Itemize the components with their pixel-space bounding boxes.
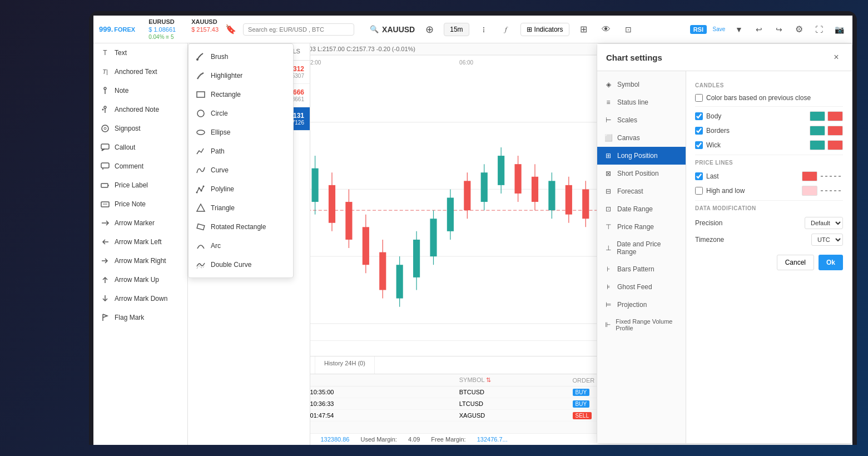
- wick-red-swatch[interactable]: [827, 140, 843, 150]
- sub-tool-brush[interactable]: Brush: [189, 47, 293, 66]
- settings-icon[interactable]: ⚙: [791, 22, 807, 37]
- layout-icon[interactable]: ⊞: [576, 22, 592, 37]
- tool-text[interactable]: T Text: [93, 43, 187, 62]
- nav-ghost-feed[interactable]: ⊧ Ghost Feed: [597, 278, 686, 296]
- sort-icon[interactable]: ⇅: [486, 376, 491, 383]
- tool-signpost[interactable]: Signpost: [93, 119, 187, 138]
- sub-tool-double-curve[interactable]: Double Curve: [189, 255, 293, 274]
- last-red-swatch[interactable]: [802, 171, 817, 181]
- nav-status-line[interactable]: ≡ Status line: [597, 93, 686, 111]
- search-input[interactable]: [243, 23, 354, 36]
- last-row: Last: [695, 171, 843, 181]
- high-low-label: High and low: [695, 187, 745, 195]
- last-label: Last: [695, 172, 719, 180]
- tool-arrow-up[interactable]: Arrow Mark Up: [93, 270, 187, 289]
- arc-icon: [195, 240, 206, 251]
- timezone-select[interactable]: UTC: [811, 234, 843, 246]
- tool-flag[interactable]: Flag Mark: [93, 308, 187, 327]
- borders-red-swatch[interactable]: [827, 126, 843, 136]
- nav-date-range[interactable]: ⊡ Date Range: [597, 200, 686, 218]
- timeframe-btn[interactable]: 15m: [444, 23, 469, 36]
- nav-symbol[interactable]: ◈ Symbol: [597, 76, 686, 93]
- sub-tool-curve[interactable]: Curve: [189, 161, 293, 180]
- wick-green-swatch[interactable]: [810, 140, 825, 150]
- currency-xauusd[interactable]: XAUUSD $ 2157.43: [191, 18, 219, 41]
- nav-scales[interactable]: ⊢ Scales: [597, 111, 686, 129]
- ok-button[interactable]: Ok: [819, 255, 843, 270]
- svg-rect-21: [197, 92, 205, 97]
- sub-tool-triangle[interactable]: Triangle: [189, 199, 293, 217]
- redo-icon[interactable]: ↪: [771, 22, 787, 37]
- nav-projection[interactable]: ⊨ Projection: [597, 296, 686, 314]
- tool-note-label: Note: [115, 87, 128, 95]
- tab-history[interactable]: History 24H (0): [315, 356, 375, 374]
- nav-forecast-label: Forecast: [617, 187, 643, 195]
- borders-green-swatch[interactable]: [810, 126, 825, 136]
- rsi-badge[interactable]: RSI: [690, 25, 707, 34]
- tool-note[interactable]: Note: [93, 81, 187, 100]
- nav-fixed-range[interactable]: ⊩ Fixed Range Volume Profile: [597, 314, 686, 336]
- wick-checkbox[interactable]: [695, 141, 703, 149]
- sub-tool-polyline[interactable]: Polyline: [189, 180, 293, 199]
- sub-tool-circle[interactable]: Circle: [189, 104, 293, 123]
- tool-arrow-right[interactable]: Arrow Mark Right: [93, 251, 187, 270]
- svg-point-25: [199, 187, 200, 189]
- nav-forecast[interactable]: ⊟ Forecast: [597, 182, 686, 200]
- sub-tool-arc[interactable]: Arc: [189, 236, 293, 255]
- high-low-checkbox[interactable]: [695, 187, 703, 195]
- drawing-sub-panel: Brush Highlighter Rectangle: [188, 43, 294, 278]
- bookmark-icon[interactable]: 🔖: [223, 22, 239, 37]
- nav-long-position[interactable]: ⊞ Long Position: [597, 147, 686, 165]
- body-green-swatch[interactable]: [810, 111, 825, 121]
- note-icon: [100, 86, 110, 96]
- nav-date-price-range[interactable]: ⊥ Date and Price Range: [597, 236, 686, 260]
- fullscreen-icon2[interactable]: ⊡: [621, 22, 636, 37]
- add-symbol-icon[interactable]: ⊕: [421, 22, 437, 37]
- eye-icon[interactable]: 👁: [598, 22, 614, 37]
- tool-price-label[interactable]: Price Label: [93, 176, 187, 195]
- drawing-tools-icon[interactable]: 𝑓: [498, 22, 514, 37]
- color-bars-checkbox[interactable]: [695, 94, 703, 102]
- screenshot-icon[interactable]: 📷: [831, 22, 847, 37]
- body-red-swatch[interactable]: [827, 111, 843, 121]
- sub-tool-rectangle[interactable]: Rectangle: [189, 85, 293, 104]
- scales-nav-icon: ⊢: [604, 116, 613, 125]
- fullscreen-icon[interactable]: ⛶: [811, 22, 827, 37]
- sub-tool-rotated-rectangle[interactable]: Rotated Rectangle: [189, 217, 293, 236]
- sub-tool-ellipse[interactable]: Ellipse: [189, 123, 293, 142]
- high-low-swatch[interactable]: [802, 186, 817, 196]
- nav-bars-pattern[interactable]: ⊦ Bars Pattern: [597, 260, 686, 278]
- svg-rect-52: [363, 227, 369, 265]
- callout-icon: [100, 142, 110, 152]
- flag-icon: [100, 313, 110, 323]
- undo-icon[interactable]: ↩: [751, 22, 767, 37]
- symbol-selector[interactable]: 🔍 XAUUSD: [370, 25, 415, 34]
- settings-close-button[interactable]: ×: [830, 51, 843, 64]
- currency-eurusd[interactable]: EURUSD $ 1.08661 0.04% ≡ 5: [148, 18, 176, 41]
- tool-anchored-text[interactable]: T| Anchored Text: [93, 62, 187, 81]
- sub-tool-path-label: Path: [211, 147, 225, 155]
- precision-select[interactable]: Default: [805, 217, 843, 229]
- chevron-down-icon[interactable]: ▼: [731, 22, 747, 37]
- tool-price-note[interactable]: Price Note: [93, 195, 187, 214]
- sub-tool-path[interactable]: Path: [189, 142, 293, 161]
- borders-checkbox[interactable]: [695, 127, 703, 135]
- nav-short-position[interactable]: ⊠ Short Position: [597, 165, 686, 182]
- tool-arrow-marker[interactable]: Arrow Marker: [93, 214, 187, 232]
- nav-canvas[interactable]: ⬜ Canvas: [597, 129, 686, 147]
- signpost-icon: [100, 123, 110, 133]
- tool-signpost-label: Signpost: [115, 125, 141, 132]
- cancel-button[interactable]: Cancel: [777, 255, 814, 270]
- svg-point-6: [104, 127, 106, 130]
- tool-anchored-note[interactable]: Anchored Note: [93, 100, 187, 119]
- chart-type-icon[interactable]: ⫶: [476, 22, 492, 37]
- tool-arrow-left[interactable]: Arrow Mark Left: [93, 232, 187, 251]
- last-checkbox[interactable]: [695, 172, 703, 180]
- indicators-btn[interactable]: ⊞ Indicators: [520, 23, 569, 36]
- tool-arrow-down[interactable]: Arrow Mark Down: [93, 289, 187, 308]
- tool-comment[interactable]: Comment: [93, 157, 187, 176]
- tool-callout[interactable]: Callout: [93, 138, 187, 157]
- sub-tool-highlighter[interactable]: Highlighter: [189, 66, 293, 85]
- body-checkbox[interactable]: [695, 112, 703, 120]
- nav-price-range[interactable]: ⊤ Price Range: [597, 218, 686, 236]
